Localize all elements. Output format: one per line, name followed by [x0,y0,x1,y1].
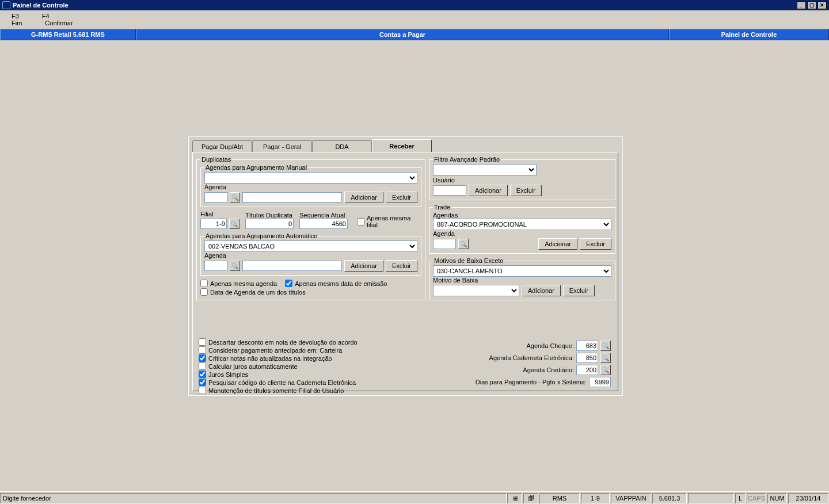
check-descartar[interactable] [199,338,206,346]
check-pesquisar-label: Pesquisar código do cliente na Caderneta… [208,379,356,386]
manual-excluir-button[interactable]: Excluir [386,192,417,203]
manual-adicionar-button[interactable]: Adicionar [344,192,383,203]
trade-excluir-button[interactable]: Excluir [580,238,611,250]
agrup-auto-group: Agendas para Agrupamento Automático 002-… [200,232,421,276]
binoculars-icon[interactable]: 🔍 [458,239,469,249]
apenas-agenda-checkbox[interactable] [200,280,208,287]
agrup-manual-legend: Agendas para Agrupamento Manual [204,164,308,171]
header-right: Painel de Controle [669,29,829,40]
status-blank [688,493,734,503]
close-button[interactable]: ✕ [817,1,827,9]
titulos-label: Títulos Duplicata [245,212,292,219]
check-juros[interactable] [199,371,206,378]
check-descartar-label: Descartar desconto em nota de devolução … [208,339,358,346]
check-considerar-label: Considerar pagamento antecipado em: Cart… [208,347,342,354]
duplicatas-group: Duplicatas Agendas para Agrupamento Manu… [196,156,425,300]
filtro-group: Filtro Avançado Padrão Usuário Adicionar… [429,156,615,200]
status-caps: CAPS [747,493,766,503]
motivos-excluir-button[interactable]: Excluir [563,285,595,296]
agrup-manual-select[interactable] [204,172,417,184]
status-module: VAPPPAIN [611,493,651,503]
usuario-input[interactable] [433,185,466,196]
filtro-excluir-button[interactable]: Excluir [510,185,542,196]
filial-input[interactable] [200,219,227,229]
agenda-caderneta-input[interactable] [576,353,598,363]
agenda-crediario-label: Agenda Crediário: [523,366,574,373]
maximize-button[interactable]: ▢ [807,1,816,9]
agenda-manual-desc[interactable] [242,192,342,203]
menu-f3-key: F3 [12,13,19,20]
check-criticar-label: Criticar notas não atualizadas na integr… [208,355,332,362]
motivo-baixa-label: Motivo de Baixa [433,277,478,284]
filtro-select[interactable] [433,164,537,175]
status-version: 5.681.3 [652,493,687,503]
apenas-data-checkbox[interactable] [285,280,292,287]
filtro-adicionar-button[interactable]: Adicionar [469,185,508,196]
trade-agenda-code[interactable] [433,239,456,249]
check-manutencao[interactable] [199,387,206,394]
header-left: G-RMS Retail 5.681 RMS [0,29,136,40]
status-doc-icon[interactable]: 🗐 [523,493,538,503]
usuario-label: Usuário [433,177,455,184]
status-date: 23/01/14 [788,493,828,503]
agenda-manual-label: Agenda [204,184,226,190]
agenda-manual-code[interactable] [204,192,227,203]
options-checklist: Descartar desconto em nota de devolução … [199,338,429,395]
filial-label: Filial [200,211,214,217]
status-l: L [735,493,746,503]
binoculars-icon[interactable]: 🔍 [600,341,611,351]
agenda-crediario-input[interactable] [576,365,598,375]
agenda-auto-desc[interactable] [242,261,342,271]
menu-f4-key: F4 [42,13,50,20]
auto-excluir-button[interactable]: Excluir [386,260,417,272]
binoculars-icon[interactable]: 🔍 [230,261,240,271]
trade-adicionar-button[interactable]: Adicionar [538,238,577,250]
status-screen-icon[interactable]: 🖥 [507,493,522,503]
agenda-cheque-input[interactable] [576,341,598,351]
menu-fim[interactable]: Fim [12,20,22,26]
apenas-data-label: Apenas mesma data de emissão [295,280,387,287]
apenas-filial-checkbox[interactable] [357,218,364,226]
titulos-input[interactable] [245,219,294,229]
data-agenda-checkbox[interactable] [200,288,208,296]
agrup-auto-legend: Agendas para Agrupamento Automático [204,232,318,239]
agrup-auto-select[interactable]: 002-VENDAS BALCAO [204,240,417,252]
filtro-legend: Filtro Avançado Padrão [433,156,501,163]
app-icon [2,1,10,9]
check-criticar[interactable] [199,354,206,362]
binoculars-icon[interactable]: 🔍 [600,365,611,375]
trade-legend: Trade [433,204,451,211]
auto-adicionar-button[interactable]: Adicionar [344,260,383,272]
check-pesquisar[interactable] [199,379,206,386]
tab-dda[interactable]: DDA [312,140,372,152]
apenas-filial-label: Apenas mesma filial [367,215,421,228]
check-manutencao-label: Manutenção de títulos somente Filial do … [208,387,344,394]
trade-group: Trade Agendas 887-ACORDO PROMOCIONAL Age… [429,204,615,254]
dias-pagamento-input[interactable] [589,377,611,387]
menu-bar: F3 F4 Fim Confirmar [0,10,829,29]
status-num: NUM [767,493,787,503]
tab-receber[interactable]: Receber [372,139,432,152]
seq-label: Sequencia Atual [299,212,345,219]
trade-agendas-select[interactable]: 887-ACORDO PROMOCIONAL [433,219,611,230]
agenda-auto-label: Agenda [204,252,226,259]
header-center: Contas a Pagar [136,29,669,40]
binoculars-icon[interactable]: 🔍 [229,219,239,229]
check-considerar[interactable] [199,346,206,354]
minimize-button[interactable]: _ [797,1,806,9]
check-calcular[interactable] [199,362,206,370]
seq-input[interactable] [299,219,348,229]
title-bar: Painel de Controle _ ▢ ✕ [0,0,829,10]
check-juros-label: Juros Simples [208,371,248,378]
agenda-auto-code[interactable] [204,261,227,271]
binoculars-icon[interactable]: 🔍 [600,353,611,363]
tab-pagar-dup[interactable]: Pagar Dup/Abt [192,140,252,152]
main-panel: Pagar Dup/Abt Pagar - Geral DDA Receber … [188,136,623,396]
motivo-baixa-select[interactable] [433,285,519,296]
binoculars-icon[interactable]: 🔍 [230,192,240,203]
motivos-select[interactable]: 030-CANCELAMENTO [433,265,611,277]
tab-pagar-geral[interactable]: Pagar - Geral [252,140,312,152]
menu-confirmar[interactable]: Confirmar [45,20,73,26]
agrup-manual-group: Agendas para Agrupamento Manual Agenda 🔍… [200,164,421,207]
motivos-adicionar-button[interactable]: Adicionar [522,285,561,296]
